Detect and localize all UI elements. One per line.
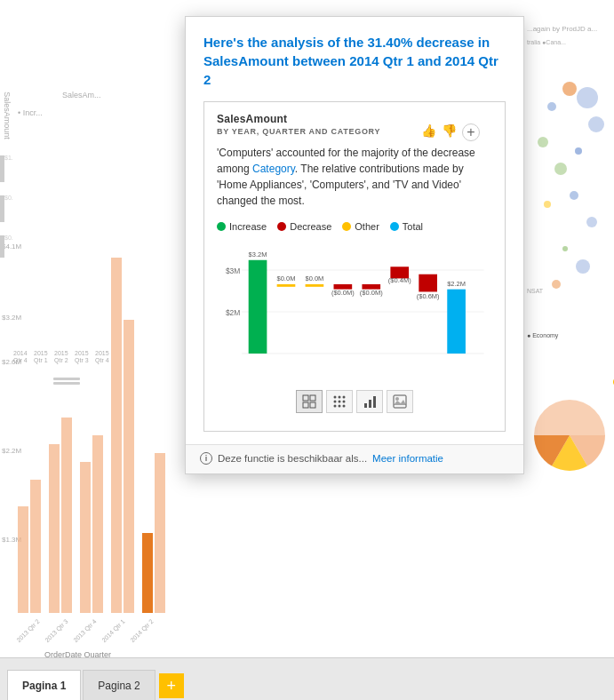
svg-text:tralia ●Cana...: tralia ●Cana... (527, 39, 566, 45)
svg-text:$0.0M: $0.0M (305, 274, 323, 282)
svg-point-56 (552, 280, 561, 289)
view-btn-table[interactable] (296, 390, 323, 413)
svg-rect-89 (303, 395, 308, 401)
svg-rect-91 (303, 402, 308, 408)
svg-text:$3.2M: $3.2M (2, 314, 22, 322)
svg-text:$0.0M: $0.0M (277, 274, 296, 282)
svg-text:$0.: $0. (4, 195, 13, 201)
svg-text:2015: 2015 (75, 350, 89, 356)
popup-footer: i Deze functie is beschikbaar als... Mee… (186, 444, 523, 473)
meer-informatie-link[interactable]: Meer informatie (372, 453, 443, 464)
bg-left-chart: SalesAm... $4.1M $3.2M $2.6M $2.2M $1.3M… (0, 71, 187, 657)
svg-text:($0.6M): ($0.6M) (417, 292, 440, 300)
svg-text:2015: 2015 (34, 350, 48, 356)
svg-text:$4.1M: $4.1M (2, 243, 22, 251)
svg-point-49 (588, 116, 604, 132)
svg-point-46 (577, 87, 598, 108)
svg-text:$2M: $2M (226, 308, 240, 317)
legend-increase: Increase (217, 221, 267, 232)
svg-text:Qtr 3: Qtr 3 (75, 357, 89, 364)
thumbs-down-icon[interactable]: 👎 (442, 123, 457, 141)
svg-text:2015: 2015 (54, 350, 68, 356)
svg-text:$2.2M: $2.2M (2, 447, 22, 455)
svg-rect-92 (310, 402, 315, 408)
chart-svg: $3M $2M $3.2M $0.0M $0.0M (217, 241, 492, 383)
svg-text:($0.4M): ($0.4M) (388, 276, 411, 284)
legend-total-label: Total (403, 221, 423, 232)
svg-rect-103 (369, 400, 371, 408)
svg-point-51 (570, 191, 578, 200)
svg-rect-67 (277, 284, 296, 287)
svg-point-96 (334, 401, 337, 403)
svg-rect-65 (249, 260, 267, 354)
decrease-dot (277, 222, 286, 231)
svg-text:2014 Qtr 2: 2014 Qtr 2 (129, 618, 155, 644)
svg-point-44 (562, 82, 577, 96)
svg-text:...again by ProdJD a...: ...again by ProdJD a... (527, 25, 597, 33)
popup-header: Here's the analysis of the 31.40% decrea… (186, 17, 523, 101)
increase-dot (217, 222, 226, 231)
chart-legend: Increase Decrease Other Total (217, 221, 492, 232)
svg-rect-41 (53, 382, 80, 385)
add-tab-button[interactable]: + (159, 673, 184, 698)
svg-point-55 (576, 259, 590, 274)
tab-pagina-1[interactable]: Pagina 1 (7, 670, 81, 700)
legend-increase-label: Increase (229, 221, 267, 232)
svg-point-93 (334, 396, 337, 399)
svg-rect-14 (142, 533, 153, 613)
view-btn-bar[interactable] (356, 390, 383, 413)
svg-point-54 (562, 246, 568, 251)
svg-rect-11 (92, 435, 103, 613)
svg-text:OrderDate Quarter: OrderDate Quarter (44, 650, 111, 657)
popup-card: Here's the analysis of the 31.40% decrea… (185, 16, 524, 474)
svg-rect-79 (447, 290, 466, 354)
category-link[interactable]: Category (252, 163, 295, 175)
svg-rect-12 (111, 258, 122, 613)
svg-text:$2.2M: $2.2M (447, 280, 466, 288)
svg-rect-69 (306, 284, 324, 287)
svg-text:2013 Qtr 4: 2013 Qtr 4 (72, 618, 98, 644)
svg-text:SalesAm...: SalesAm... (62, 91, 101, 99)
footer-text: Deze functie is beschikbaar als... (218, 453, 367, 464)
view-btn-image[interactable] (387, 390, 413, 413)
total-dot (390, 222, 399, 231)
inner-analysis-card: SalesAmount BY YEAR, QUARTER AND CATEGOR… (203, 101, 506, 432)
svg-point-47 (538, 137, 548, 147)
svg-point-106 (395, 397, 399, 401)
legend-other: Other (342, 221, 379, 232)
other-dot (342, 222, 351, 231)
svg-rect-102 (364, 403, 367, 408)
add-icon[interactable]: + (462, 123, 480, 141)
svg-text:$0.: $0. (4, 235, 13, 241)
svg-point-100 (339, 405, 341, 408)
svg-point-52 (544, 201, 551, 208)
svg-rect-90 (310, 395, 315, 401)
waterfall-chart: $3M $2M $3.2M $0.0M $0.0M (217, 241, 492, 383)
svg-text:2013 Qtr 3: 2013 Qtr 3 (44, 618, 69, 644)
svg-text:2014: 2014 (13, 350, 28, 356)
tab-pagina-2[interactable]: Pagina 2 (83, 670, 155, 700)
svg-text:Qtr 4: Qtr 4 (95, 357, 109, 364)
svg-text:Qtr 1: Qtr 1 (34, 357, 48, 364)
thumbs-up-icon[interactable]: 👍 (421, 123, 436, 141)
svg-point-97 (339, 401, 341, 403)
svg-point-95 (343, 396, 346, 399)
svg-text:Qtr 4: Qtr 4 (13, 357, 28, 364)
svg-point-45 (547, 102, 556, 111)
svg-text:2013 Qtr 2: 2013 Qtr 2 (15, 618, 41, 644)
info-icon: i (200, 452, 212, 465)
svg-rect-40 (53, 378, 80, 380)
svg-point-98 (343, 401, 346, 403)
view-btn-dots[interactable] (326, 390, 353, 413)
inner-card-header-row: SalesAmount BY YEAR, QUARTER AND CATEGOR… (217, 113, 492, 136)
legend-other-label: Other (355, 221, 379, 232)
svg-text:$1.: $1. (4, 155, 13, 161)
svg-text:($0.0M): ($0.0M) (360, 289, 383, 297)
chart-view-buttons (217, 390, 492, 413)
legend-decrease: Decrease (277, 221, 331, 232)
svg-text:2014 Qtr 1: 2014 Qtr 1 (100, 618, 126, 644)
bottom-tabs: Pagina 1 Pagina 2 + (0, 657, 614, 700)
svg-rect-8 (49, 444, 60, 613)
inner-card-icons: 👍 👎 + (421, 123, 480, 141)
svg-point-99 (334, 405, 337, 408)
